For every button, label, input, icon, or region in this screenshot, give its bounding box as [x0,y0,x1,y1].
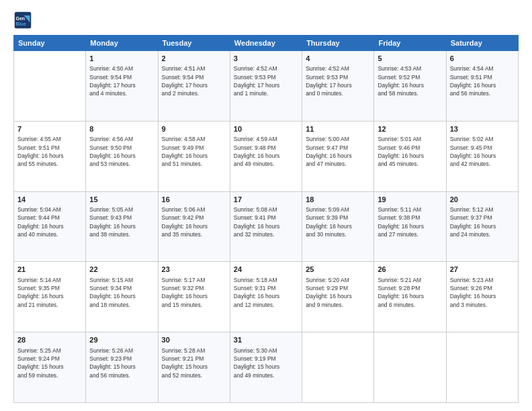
calendar-cell: 3Sunrise: 4:52 AM Sunset: 9:53 PM Daylig… [230,51,302,122]
calendar-cell: 16Sunrise: 5:06 AM Sunset: 9:42 PM Dayli… [158,191,230,262]
day-number: 26 [378,265,442,275]
day-header-wednesday: Wednesday [230,36,302,51]
day-number: 17 [234,195,298,205]
day-info: Sunrise: 5:14 AM Sunset: 9:35 PM Dayligh… [17,276,82,309]
calendar-cell: 19Sunrise: 5:11 AM Sunset: 9:38 PM Dayli… [374,191,446,262]
day-info: Sunrise: 5:30 AM Sunset: 9:19 PM Dayligh… [234,347,298,379]
day-info: Sunrise: 5:26 AM Sunset: 9:23 PM Dayligh… [89,347,154,379]
day-info: Sunrise: 4:52 AM Sunset: 9:53 PM Dayligh… [306,64,370,97]
day-number: 25 [306,265,370,275]
day-info: Sunrise: 5:04 AM Sunset: 9:44 PM Dayligh… [17,205,82,238]
calendar-cell [302,332,374,403]
day-info: Sunrise: 4:51 AM Sunset: 9:54 PM Dayligh… [162,64,226,97]
week-row-2: 7Sunrise: 4:55 AM Sunset: 9:51 PM Daylig… [14,121,519,191]
day-info: Sunrise: 5:17 AM Sunset: 9:32 PM Dayligh… [162,276,226,309]
day-number: 2 [162,54,226,64]
day-info: Sunrise: 5:21 AM Sunset: 9:28 PM Dayligh… [378,276,442,309]
day-number: 9 [162,124,226,134]
day-info: Sunrise: 5:15 AM Sunset: 9:34 PM Dayligh… [89,276,154,309]
calendar-cell: 11Sunrise: 5:00 AM Sunset: 9:47 PM Dayli… [302,121,374,191]
day-header-monday: Monday [86,36,158,51]
day-number: 5 [378,54,442,64]
calendar-cell: 12Sunrise: 5:01 AM Sunset: 9:46 PM Dayli… [374,121,446,191]
week-row-3: 14Sunrise: 5:04 AM Sunset: 9:44 PM Dayli… [14,191,519,262]
day-info: Sunrise: 5:02 AM Sunset: 9:45 PM Dayligh… [450,135,515,168]
calendar-cell: 26Sunrise: 5:21 AM Sunset: 9:28 PM Dayli… [374,262,446,332]
day-header-friday: Friday [374,36,446,51]
day-info: Sunrise: 5:23 AM Sunset: 9:26 PM Dayligh… [450,276,515,309]
day-info: Sunrise: 4:59 AM Sunset: 9:48 PM Dayligh… [234,135,298,168]
day-header-sunday: Sunday [14,36,86,51]
day-info: Sunrise: 5:11 AM Sunset: 9:38 PM Dayligh… [378,205,442,238]
day-number: 10 [234,124,298,134]
day-number: 11 [306,124,370,134]
calendar-cell: 2Sunrise: 4:51 AM Sunset: 9:54 PM Daylig… [158,51,230,122]
calendar-table: SundayMondayTuesdayWednesdayThursdayFrid… [13,35,519,403]
day-number: 27 [450,265,515,275]
day-info: Sunrise: 4:56 AM Sunset: 9:50 PM Dayligh… [89,135,154,168]
day-number: 13 [450,124,515,134]
day-number: 7 [17,124,82,134]
day-number: 22 [89,265,154,275]
calendar-cell: 6Sunrise: 4:54 AM Sunset: 9:51 PM Daylig… [446,51,518,122]
day-number: 30 [162,335,226,345]
day-number: 4 [306,54,370,64]
day-number: 18 [306,195,370,205]
week-row-5: 28Sunrise: 5:25 AM Sunset: 9:24 PM Dayli… [14,332,519,403]
header: Gen Blue [13,11,519,30]
calendar-cell: 7Sunrise: 4:55 AM Sunset: 9:51 PM Daylig… [14,121,86,191]
day-number: 24 [234,265,298,275]
calendar-cell: 18Sunrise: 5:09 AM Sunset: 9:39 PM Dayli… [302,191,374,262]
calendar-cell: 9Sunrise: 4:58 AM Sunset: 9:49 PM Daylig… [158,121,230,191]
calendar-cell: 24Sunrise: 5:18 AM Sunset: 9:31 PM Dayli… [230,262,302,332]
day-info: Sunrise: 5:05 AM Sunset: 9:43 PM Dayligh… [89,205,154,238]
day-info: Sunrise: 4:53 AM Sunset: 9:52 PM Dayligh… [378,64,442,97]
day-info: Sunrise: 4:55 AM Sunset: 9:51 PM Dayligh… [17,135,82,168]
day-number: 21 [17,265,82,275]
day-info: Sunrise: 4:52 AM Sunset: 9:53 PM Dayligh… [234,64,298,97]
calendar-cell: 25Sunrise: 5:20 AM Sunset: 9:29 PM Dayli… [302,262,374,332]
calendar-cell: 27Sunrise: 5:23 AM Sunset: 9:26 PM Dayli… [446,262,518,332]
day-info: Sunrise: 5:08 AM Sunset: 9:41 PM Dayligh… [234,205,298,238]
logo-icon: Gen Blue [13,11,32,30]
week-row-1: 1Sunrise: 4:50 AM Sunset: 9:54 PM Daylig… [14,51,519,122]
day-number: 14 [17,195,82,205]
calendar-cell: 15Sunrise: 5:05 AM Sunset: 9:43 PM Dayli… [86,191,158,262]
day-info: Sunrise: 5:00 AM Sunset: 9:47 PM Dayligh… [306,135,370,168]
calendar-cell: 23Sunrise: 5:17 AM Sunset: 9:32 PM Dayli… [158,262,230,332]
day-number: 16 [162,195,226,205]
day-number: 20 [450,195,515,205]
day-info: Sunrise: 4:50 AM Sunset: 9:54 PM Dayligh… [89,64,154,97]
calendar-cell [446,332,518,403]
day-header-saturday: Saturday [446,36,518,51]
day-header-tuesday: Tuesday [158,36,230,51]
calendar-cell: 21Sunrise: 5:14 AM Sunset: 9:35 PM Dayli… [14,262,86,332]
calendar-cell: 13Sunrise: 5:02 AM Sunset: 9:45 PM Dayli… [446,121,518,191]
day-info: Sunrise: 5:12 AM Sunset: 9:37 PM Dayligh… [450,205,515,238]
day-info: Sunrise: 5:20 AM Sunset: 9:29 PM Dayligh… [306,276,370,309]
calendar-cell: 28Sunrise: 5:25 AM Sunset: 9:24 PM Dayli… [14,332,86,403]
calendar-cell [14,51,86,122]
day-number: 28 [17,335,82,345]
day-info: Sunrise: 5:01 AM Sunset: 9:46 PM Dayligh… [378,135,442,168]
day-number: 29 [89,335,154,345]
day-number: 12 [378,124,442,134]
calendar-cell: 31Sunrise: 5:30 AM Sunset: 9:19 PM Dayli… [230,332,302,403]
day-info: Sunrise: 4:58 AM Sunset: 9:49 PM Dayligh… [162,135,226,168]
calendar-cell: 5Sunrise: 4:53 AM Sunset: 9:52 PM Daylig… [374,51,446,122]
day-info: Sunrise: 4:54 AM Sunset: 9:51 PM Dayligh… [450,64,515,97]
calendar-cell: 14Sunrise: 5:04 AM Sunset: 9:44 PM Dayli… [14,191,86,262]
day-header-thursday: Thursday [302,36,374,51]
calendar-cell: 1Sunrise: 4:50 AM Sunset: 9:54 PM Daylig… [86,51,158,122]
svg-text:Gen: Gen [16,16,26,21]
calendar-cell: 22Sunrise: 5:15 AM Sunset: 9:34 PM Dayli… [86,262,158,332]
day-number: 6 [450,54,515,64]
calendar-cell: 4Sunrise: 4:52 AM Sunset: 9:53 PM Daylig… [302,51,374,122]
calendar-cell: 20Sunrise: 5:12 AM Sunset: 9:37 PM Dayli… [446,191,518,262]
day-number: 31 [234,335,298,345]
svg-text:Blue: Blue [16,21,26,26]
calendar-cell: 30Sunrise: 5:28 AM Sunset: 9:21 PM Dayli… [158,332,230,403]
day-number: 15 [89,195,154,205]
calendar-cell: 17Sunrise: 5:08 AM Sunset: 9:41 PM Dayli… [230,191,302,262]
day-number: 1 [89,54,154,64]
